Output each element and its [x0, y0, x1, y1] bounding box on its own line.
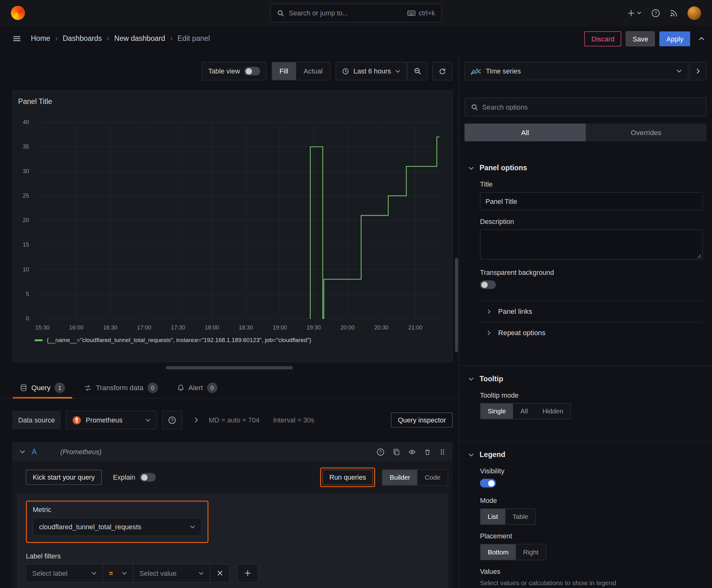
collapse-up-icon[interactable]: [698, 36, 705, 42]
grafana-logo[interactable]: [11, 6, 25, 20]
metric-select[interactable]: cloudflared_tunnel_total_requests: [33, 517, 201, 536]
tooltip-mode-single[interactable]: Single: [480, 403, 513, 419]
chevron-down-icon: [676, 68, 682, 74]
tooltip-mode-hidden[interactable]: Hidden: [535, 403, 571, 419]
legend-mode-table[interactable]: Table: [505, 509, 535, 524]
vertical-scrollbar[interactable]: [455, 258, 458, 352]
explain-label: Explain: [113, 474, 135, 481]
datasource-picker[interactable]: Prometheus: [66, 411, 157, 429]
metric-highlight: Metric cloudflared_tunnel_total_requests: [26, 501, 208, 543]
legend-title: Legend: [479, 451, 505, 459]
run-queries-button[interactable]: Run queries: [322, 470, 373, 485]
drag-handle-icon[interactable]: [439, 448, 446, 456]
toggle-options-pane-button[interactable]: [689, 62, 707, 80]
svg-text:25: 25: [23, 192, 29, 199]
filter-value-select[interactable]: Select value: [133, 564, 210, 582]
rss-icon[interactable]: [670, 9, 678, 17]
svg-text:30: 30: [23, 168, 29, 174]
time-series-chart[interactable]: 051015202530354015:3016:0016:3017:0017:3…: [18, 113, 447, 334]
panel-title[interactable]: Panel Title: [18, 97, 447, 106]
run-queries-highlight: Run queries: [320, 467, 375, 487]
refresh-button[interactable]: [432, 62, 452, 80]
legend-placement-right[interactable]: Right: [516, 544, 546, 560]
zoom-out-button[interactable]: [407, 62, 427, 80]
filter-operator-select[interactable]: =: [103, 564, 133, 582]
code-option[interactable]: Code: [417, 469, 448, 485]
time-range-picker[interactable]: Last 6 hours: [336, 62, 407, 80]
discard-button[interactable]: Discard: [585, 31, 621, 46]
save-button[interactable]: Save: [626, 31, 655, 46]
panel-description-input[interactable]: [480, 229, 703, 259]
query-ref-id[interactable]: A: [32, 447, 37, 456]
transparent-background-toggle[interactable]: [480, 280, 496, 289]
query-options-expand-icon[interactable]: [193, 417, 199, 423]
tooltip-header[interactable]: Tooltip: [459, 365, 712, 389]
repeat-options-section[interactable]: Repeat options: [480, 322, 703, 344]
svg-text:?: ?: [654, 10, 657, 16]
label-filters-label: Label filters: [26, 552, 439, 560]
breadcrumb-home[interactable]: Home: [31, 35, 50, 43]
chevron-down-icon: [468, 165, 474, 171]
clock-icon: [342, 67, 349, 75]
svg-text:5: 5: [26, 291, 29, 297]
options-search-input[interactable]: [482, 103, 700, 111]
legend-visibility-label: Visibility: [480, 467, 703, 475]
remove-filter-button[interactable]: [210, 564, 230, 582]
panel-toolbar: Table view Fill Actual Last 6 hours: [0, 62, 452, 80]
query-help-icon[interactable]: ?: [376, 447, 385, 456]
query-collapse-icon[interactable]: [19, 449, 25, 455]
filter-label-select[interactable]: Select label: [26, 564, 103, 582]
query-builder-body: Metric cloudflared_tunnel_total_requests…: [17, 493, 448, 588]
panel-title-input[interactable]: [480, 192, 703, 210]
datasource-help-button[interactable]: ?: [162, 411, 182, 429]
kick-start-button[interactable]: Kick start your query: [26, 470, 102, 485]
breadcrumb-separator: ›: [55, 35, 58, 43]
tab-transform[interactable]: Transform data 0: [76, 377, 166, 399]
hide-query-icon[interactable]: [408, 448, 416, 456]
legend-placement-bottom[interactable]: Bottom: [480, 544, 516, 560]
global-search[interactable]: Search or jump to... ctrl+k: [270, 4, 442, 22]
explain-switch[interactable]: [140, 473, 156, 482]
tab-alert[interactable]: Alert 0: [169, 377, 225, 399]
actual-option[interactable]: Actual: [296, 62, 330, 80]
delete-query-icon[interactable]: [424, 448, 431, 456]
legend-mode-list[interactable]: List: [480, 509, 505, 524]
chevron-down-icon: [145, 417, 150, 423]
table-view-toggle[interactable]: Table view: [202, 62, 266, 80]
fill-option[interactable]: Fill: [272, 62, 296, 80]
menu-toggle-icon[interactable]: [13, 35, 21, 43]
metric-value: cloudflared_tunnel_total_requests: [39, 523, 141, 531]
horizontal-scrollbar[interactable]: [166, 366, 293, 370]
query-datasource-hint: (Prometheus): [60, 448, 102, 456]
builder-option[interactable]: Builder: [382, 469, 417, 485]
query-options-summary[interactable]: MD = auto = 704 Interval = 30s: [209, 416, 314, 424]
legend-placement-switch: Bottom Right: [480, 544, 546, 560]
tab-overrides[interactable]: Overrides: [585, 123, 706, 141]
options-search[interactable]: [465, 98, 707, 116]
tooltip-mode-all[interactable]: All: [513, 403, 535, 419]
table-view-switch[interactable]: [244, 67, 260, 76]
svg-text:20: 20: [23, 217, 29, 223]
query-inspector-button[interactable]: Query inspector: [391, 413, 453, 427]
help-icon[interactable]: ?: [651, 8, 660, 18]
visualization-picker[interactable]: Time series: [465, 62, 688, 80]
tab-query[interactable]: Query 1: [12, 377, 73, 399]
legend-header[interactable]: Legend: [459, 442, 712, 465]
panel-options-header[interactable]: Panel options: [459, 155, 712, 178]
breadcrumb-dashboards[interactable]: Dashboards: [63, 35, 102, 43]
tab-all[interactable]: All: [465, 123, 585, 141]
tab-alert-label: Alert: [188, 384, 203, 392]
legend-visibility-toggle[interactable]: [480, 479, 496, 487]
add-filter-button[interactable]: [237, 564, 258, 582]
new-menu-button[interactable]: [628, 9, 642, 17]
apply-button[interactable]: Apply: [660, 31, 690, 46]
breadcrumb-new-dashboard[interactable]: New dashboard: [114, 35, 165, 43]
duplicate-query-icon[interactable]: [393, 448, 400, 456]
time-range-label: Last 6 hours: [353, 67, 391, 75]
panel-links-section[interactable]: Panel links: [480, 301, 703, 322]
tooltip-mode-label: Tooltip mode: [480, 391, 703, 399]
editor-tabs: Query 1 Transform data 0 Alert 0: [0, 377, 459, 399]
user-avatar[interactable]: [688, 6, 701, 20]
metric-label: Metric: [33, 506, 201, 513]
legend-series-label[interactable]: {__name__="cloudflared_tunnel_total_requ…: [47, 337, 311, 344]
